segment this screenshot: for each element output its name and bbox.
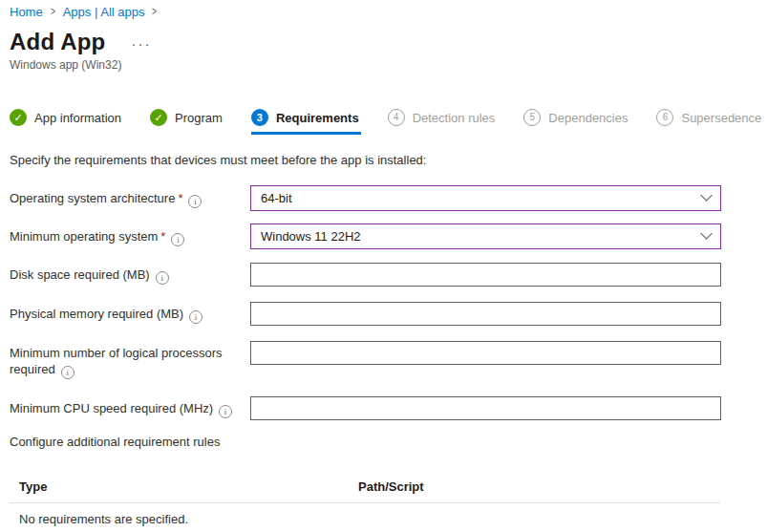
field-label: Minimum CPU speed required (MHz) — [10, 401, 213, 415]
requirements-form: Operating system architecture* 64-bit Mi… — [10, 185, 767, 420]
more-menu-icon[interactable]: ··· — [131, 35, 151, 52]
step-dependencies[interactable]: 5 Dependencies — [523, 109, 628, 126]
required-marker: * — [160, 229, 165, 244]
step-label: Requirements — [276, 111, 359, 125]
field-label-group: Operating system architecture* — [10, 185, 250, 208]
os-architecture-dropdown[interactable]: 64-bit — [250, 185, 721, 211]
field-label-group: Minimum CPU speed required (MHz) — [10, 395, 250, 418]
step-supersedence[interactable]: 6 Supersedence — [656, 109, 761, 126]
info-icon[interactable] — [61, 366, 75, 379]
field-label: Minimum number of logical processors req… — [10, 346, 223, 376]
info-icon[interactable] — [156, 271, 169, 285]
info-icon[interactable] — [219, 405, 232, 418]
cpu-speed-input[interactable] — [250, 396, 721, 420]
form-row-logical-processors: Minimum number of logical processors req… — [10, 340, 767, 379]
breadcrumb-separator-icon: > — [153, 5, 158, 18]
field-label: Operating system architecture — [10, 191, 175, 205]
step-label: Dependencies — [548, 111, 628, 125]
field-label: Disk space required (MB) — [10, 267, 150, 282]
field-control — [250, 262, 721, 287]
title-row: Add App ··· — [10, 29, 767, 55]
field-control — [250, 395, 721, 420]
add-app-page: Home > Apps | All apps > Add App ··· Win… — [0, 0, 767, 532]
column-header-path-script[interactable]: Path/Script — [358, 479, 424, 494]
form-row-cpu-speed: Minimum CPU speed required (MHz) — [10, 395, 767, 420]
breadcrumb-all-apps-link[interactable]: Apps | All apps — [63, 5, 145, 19]
required-marker: * — [178, 191, 182, 205]
form-row-os-architecture: Operating system architecture* 64-bit — [10, 185, 767, 211]
breadcrumb: Home > Apps | All apps > — [10, 3, 767, 20]
chevron-down-icon — [700, 189, 713, 202]
step-detection-rules[interactable]: 4 Detection rules — [388, 109, 496, 126]
field-label-group: Minimum number of logical processors req… — [10, 340, 250, 379]
step-app-information[interactable]: App information — [10, 109, 121, 126]
step-label: Supersedence — [681, 111, 761, 125]
wizard-steps: App information Program 3 Requirements 4… — [10, 107, 767, 128]
step-number-badge: 6 — [656, 109, 673, 126]
field-label-group: Disk space required (MB) — [10, 262, 250, 285]
form-row-disk-space: Disk space required (MB) — [10, 262, 767, 287]
step-number-badge: 3 — [251, 109, 268, 126]
field-label-group: Physical memory required (MB) — [10, 301, 250, 324]
logical-processors-input[interactable] — [250, 341, 721, 365]
step-number-badge: 4 — [388, 109, 405, 126]
table-header-row: Type Path/Script — [10, 472, 720, 502]
dropdown-value: Windows 11 22H2 — [261, 229, 361, 244]
step-label: Program — [175, 111, 223, 125]
info-icon[interactable] — [171, 233, 184, 246]
field-control: Windows 11 22H2 — [250, 223, 721, 249]
physical-memory-input[interactable] — [250, 302, 721, 326]
step-requirements[interactable]: 3 Requirements — [251, 109, 359, 126]
breadcrumb-home-link[interactable]: Home — [10, 5, 43, 19]
field-label: Physical memory required (MB) — [10, 307, 183, 321]
column-header-type[interactable]: Type — [19, 479, 358, 494]
rules-heading: Configure additional requirement rules — [10, 435, 767, 449]
check-icon — [150, 109, 167, 126]
page-subtitle: Windows app (Win32) — [10, 58, 767, 72]
info-icon[interactable] — [188, 195, 202, 208]
form-row-physical-memory: Physical memory required (MB) — [10, 301, 767, 326]
disk-space-input[interactable] — [250, 263, 721, 287]
field-control — [250, 301, 721, 326]
info-icon[interactable] — [189, 310, 202, 324]
step-number-badge: 5 — [523, 109, 541, 126]
dropdown-value: 64-bit — [261, 191, 292, 205]
minimum-os-dropdown[interactable]: Windows 11 22H2 — [250, 223, 721, 249]
form-row-minimum-os: Minimum operating system* Windows 11 22H… — [10, 223, 767, 249]
intro-text: Specify the requirements that devices mu… — [10, 153, 767, 167]
field-control: 64-bit — [250, 185, 721, 211]
field-label-group: Minimum operating system* — [10, 223, 250, 246]
field-label: Minimum operating system — [10, 229, 158, 244]
field-control — [250, 340, 721, 365]
breadcrumb-separator-icon: > — [51, 5, 55, 18]
check-icon — [10, 109, 27, 126]
step-label: Detection rules — [413, 111, 496, 125]
step-label: App information — [34, 111, 121, 125]
chevron-down-icon — [700, 227, 713, 240]
empty-table-message: No requirements are specified. — [10, 503, 720, 532]
page-title: Add App — [10, 29, 105, 55]
requirement-rules-table: Type Path/Script No requirements are spe… — [10, 472, 720, 532]
step-program[interactable]: Program — [150, 109, 223, 126]
